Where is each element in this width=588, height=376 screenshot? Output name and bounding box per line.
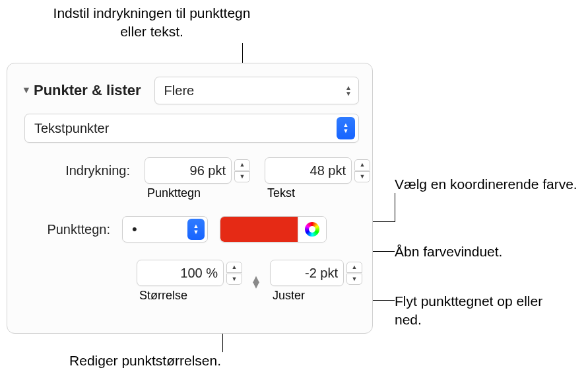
color-wheel-button[interactable] [298,217,326,242]
bullet-color-control [220,216,327,243]
callout-align: Flyt punkttegnet op eller ned. [395,292,546,330]
stepper-buttons[interactable]: ▲ ▼ [354,157,370,184]
indent-text-sublabel: Tekst [265,186,370,200]
bullet-type-value: Tekstpunkter [34,121,109,136]
stepper-buttons[interactable]: ▲ ▼ [226,260,242,286]
stepper-up-icon[interactable]: ▲ [354,159,370,170]
indent-label: Indrykning: [24,163,130,178]
indent-text-stepper[interactable]: 48 pkt ▲ ▼ [265,157,370,184]
stepper-down-icon[interactable]: ▼ [234,171,250,182]
align-updown-icon: ▴▾ [253,276,259,287]
bullet-size-stepper[interactable]: 100 % ▲ ▼ [137,260,242,286]
indent-text-value[interactable]: 48 pkt [265,157,352,184]
callout-line [395,193,395,221]
stepper-down-icon[interactable]: ▼ [226,274,242,285]
stepper-buttons[interactable]: ▲ ▼ [346,260,362,286]
stepper-up-icon[interactable]: ▲ [234,159,250,170]
list-style-value: Flere [164,83,195,98]
callout-color-swatch: Vælg en koordinerende farve. [395,175,579,194]
bullet-align-value[interactable]: -2 pkt [270,260,344,286]
bullet-glyph-label: Punkttegn: [24,222,110,237]
chevron-down-icon: ▸ [21,88,33,93]
select-arrows-icon: ▲▼ [337,117,355,139]
stepper-up-icon[interactable]: ▲ [226,262,242,273]
indent-bullet-value[interactable]: 96 pkt [145,157,232,184]
section-disclosure[interactable]: ▸ Punkter & lister [24,82,141,99]
stepper-buttons[interactable]: ▲ ▼ [234,157,250,184]
bullet-align-stepper[interactable]: -2 pkt ▲ ▼ [270,260,362,286]
bullet-glyph-value: • [132,222,137,237]
color-wheel-icon [305,222,319,237]
section-title: Punkter & lister [34,82,141,99]
callout-indent: Indstil indrykningen til punkttegn eller… [43,4,261,42]
callout-size: Rediger punktstørrelsen. [0,352,221,370]
indent-bullet-stepper[interactable]: 96 pkt ▲ ▼ [145,157,250,184]
align-sublabel: Juster [270,289,362,303]
popup-arrows-icon: ▲▼ [345,85,352,96]
list-style-popup[interactable]: Flere ▲▼ [154,77,359,104]
select-arrows-icon: ▲▼ [187,219,205,240]
bullet-size-value[interactable]: 100 % [137,260,224,286]
indent-bullet-sublabel: Punkttegn [145,186,250,200]
bullets-panel: ▸ Punkter & lister Flere ▲▼ Tekstpunkter… [7,63,373,334]
stepper-down-icon[interactable]: ▼ [354,171,370,182]
callout-color-wheel: Åbn farvevinduet. [395,243,502,261]
size-sublabel: Størrelse [137,289,242,303]
bullet-glyph-select[interactable]: • ▲▼ [122,216,208,243]
bullet-color-swatch[interactable] [220,217,298,242]
stepper-up-icon[interactable]: ▲ [346,262,362,273]
stepper-down-icon[interactable]: ▼ [346,274,362,285]
bullet-type-select[interactable]: Tekstpunkter ▲▼ [24,114,359,143]
